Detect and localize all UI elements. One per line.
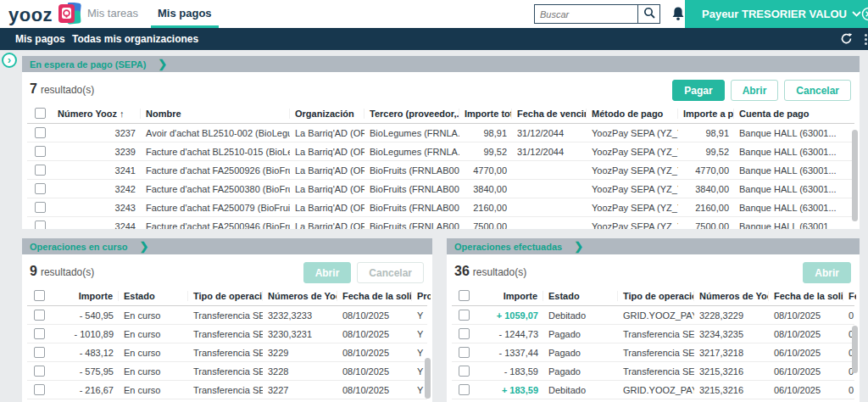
table-row[interactable]: 3243Facture d'achat FA250079 (BioFruits)…	[27, 198, 854, 217]
table-row[interactable]: - 1244,73PagadoTransferencia SEPA i...32…	[452, 325, 854, 343]
select-all-checkbox[interactable]	[459, 290, 470, 301]
table-row[interactable]: - 540,95En cursoTransferencia SEPA3232,3…	[27, 306, 427, 325]
section-header-pending[interactable]: En espera de pago (SEPA) ❯	[22, 56, 860, 72]
column-header[interactable]: Fecha de la solicitud	[769, 291, 843, 301]
yooz-logo[interactable]: yooz	[8, 2, 82, 28]
section-header-in-progress[interactable]: Operaciones en curso ❯	[22, 238, 432, 254]
column-header[interactable]: Importe	[51, 291, 119, 301]
search-button[interactable]	[637, 4, 660, 24]
row-checkbox[interactable]	[34, 384, 45, 395]
table-row[interactable]: + 183,59DebitadoGRID.YOOZ_PAY.FUN...3215…	[452, 381, 854, 399]
kebab-menu-icon[interactable]	[865, 34, 868, 47]
row-checkbox[interactable]	[459, 366, 470, 377]
column-header[interactable]: Cuenta de pago	[734, 109, 853, 119]
select-all-checkbox[interactable]	[35, 108, 46, 119]
row-checkbox[interactable]	[35, 183, 46, 194]
table-row[interactable]: - 1337,44PagadoTransferencia SEPA3217,32…	[452, 343, 854, 362]
section-pending-payments: En espera de pago (SEPA) ❯ 7resultado(s)…	[22, 56, 860, 229]
table-row[interactable]: - 183,59PagadoTransferencia SEPA3215,321…	[452, 362, 854, 381]
row-checkbox[interactable]	[34, 310, 45, 321]
row-checkbox[interactable]	[35, 165, 46, 176]
row-checkbox[interactable]	[34, 347, 45, 358]
checkbox-cell	[27, 328, 51, 339]
row-checkbox[interactable]	[459, 328, 470, 339]
table-row[interactable]: + 1059,07DebitadoGRID.YOOZ_PAY.FUN...322…	[452, 306, 854, 325]
scrollbar[interactable]	[425, 358, 431, 399]
column-header[interactable]: Números de Yooz	[263, 291, 337, 301]
cell: 3228,3229	[694, 310, 769, 321]
table-row[interactable]: 3244Facture d'achat FA2500946 (BioFruits…	[27, 217, 854, 229]
column-header[interactable]: Importe	[476, 291, 543, 301]
column-header[interactable]: Fecha de la soli... ↓	[337, 291, 412, 301]
section-header-completed[interactable]: Operaciones efectuadas ❯	[447, 238, 860, 254]
row-checkbox[interactable]	[459, 310, 470, 321]
scrollbar[interactable]	[852, 326, 858, 373]
user-menu[interactable]: Payeur TRESORIER VALOU	[685, 0, 868, 28]
cell: Banque HALL (63001...	[734, 203, 853, 213]
row-checkbox[interactable]	[459, 347, 470, 358]
column-header[interactable]: Estado	[543, 291, 618, 301]
pagar-button[interactable]: Pagar	[672, 80, 724, 101]
close-session-icon[interactable]	[861, 7, 868, 21]
abrir-button-disabled[interactable]: Abrir	[303, 262, 352, 283]
section-title: En espera de pago (SEPA)	[30, 59, 146, 70]
table-row[interactable]: - 1010,89En cursoTransferencia SEPA3230,…	[27, 325, 427, 343]
scrollbar[interactable]	[852, 130, 858, 221]
column-header[interactable]: Tercero (proveedor,...	[364, 109, 459, 119]
tab-mis-tareas[interactable]: Mis tareas	[87, 0, 138, 28]
cell: - 1244,73	[476, 329, 543, 339]
column-header[interactable]: Números de Yooz	[694, 291, 769, 301]
table-row[interactable]: - 575,95En cursoTransferencia SEPA322808…	[27, 362, 427, 381]
column-header[interactable]: Importe total	[459, 109, 512, 119]
table-row[interactable]: 3241Facture d'achat FA2500926 (BioFruits…	[27, 161, 854, 180]
checkbox-cell	[27, 384, 51, 395]
nav-item-todas-mis-organizaciones[interactable]: Todas mis organizaciones	[72, 28, 198, 50]
table-row[interactable]: - 483,12En cursoTransferencia SEPA322908…	[27, 343, 427, 362]
column-header[interactable]: Nombre	[141, 109, 290, 119]
abrir-button-disabled[interactable]: Abrir	[803, 262, 851, 283]
tab-mis-pagos[interactable]: Mis pagos	[158, 0, 212, 28]
column-header[interactable]: Importe a pagar	[678, 109, 734, 119]
column-header[interactable]: Organización	[290, 109, 364, 119]
column-header[interactable]: Fecha de vencimiento	[512, 109, 587, 119]
sub-nav-bar: Mis pagos Todas mis organizaciones	[0, 28, 868, 50]
notifications-bell-icon[interactable]	[671, 6, 685, 25]
row-checkbox[interactable]	[34, 328, 45, 339]
refresh-icon[interactable]	[840, 32, 853, 48]
cancelar-button-disabled[interactable]: Cancelar	[357, 262, 424, 283]
column-header[interactable]: Método de pago	[587, 109, 678, 119]
collapse-panel-chevron-icon[interactable]: ›	[2, 53, 17, 68]
cell: Facture d'achat FA2500946 (BioFruits)	[141, 221, 290, 230]
row-checkbox[interactable]	[35, 146, 46, 157]
row-checkbox[interactable]	[35, 202, 46, 213]
search-input[interactable]	[534, 4, 637, 24]
cell: 08/10/2025	[337, 348, 412, 358]
row-checkbox[interactable]	[34, 366, 45, 377]
cell: 3840,00	[678, 184, 734, 194]
table-row[interactable]: 3237Avoir d'achat BL2510-002 (BioLegumes…	[27, 124, 854, 142]
select-all-checkbox[interactable]	[34, 290, 45, 301]
checkbox-cell	[27, 127, 53, 138]
chevron-right-icon: ❯	[140, 243, 149, 251]
cancelar-button[interactable]: Cancelar	[784, 80, 851, 101]
column-header[interactable]: Número Yooz ↑	[53, 109, 141, 119]
nav-item-mis-pagos[interactable]: Mis pagos	[15, 28, 65, 50]
column-header[interactable]: Fech	[843, 291, 856, 301]
cell: + 183,59	[476, 385, 543, 395]
table-row[interactable]: 3239Facture d'achat BL2510-015 (BioLegum…	[27, 142, 854, 161]
column-header[interactable]: Tipo de operación	[188, 291, 263, 301]
column-header[interactable]: Estado	[119, 291, 188, 301]
column-header[interactable]: Prove	[412, 291, 431, 301]
top-bar: yooz Mis tareas Mis pagos Payeur TRE	[0, 0, 868, 28]
row-checkbox[interactable]	[35, 221, 46, 229]
row-checkbox[interactable]	[459, 384, 470, 395]
cell: La Barriq'AD (ORG-JL...	[290, 128, 364, 138]
row-checkbox[interactable]	[35, 127, 46, 138]
table-row[interactable]: - 216,67En cursoTransferencia SEPA322708…	[27, 381, 427, 399]
chevron-down-icon	[852, 11, 861, 17]
table-row[interactable]: 3242Facture d'achat FA2500380 (BioFruits…	[27, 180, 854, 198]
cell: La Barriq'AD (ORG-JL...	[290, 184, 364, 194]
chevron-right-icon: ❯	[574, 243, 583, 251]
abrir-button[interactable]: Abrir	[731, 80, 779, 101]
column-header[interactable]: Tipo de operación	[618, 291, 694, 301]
